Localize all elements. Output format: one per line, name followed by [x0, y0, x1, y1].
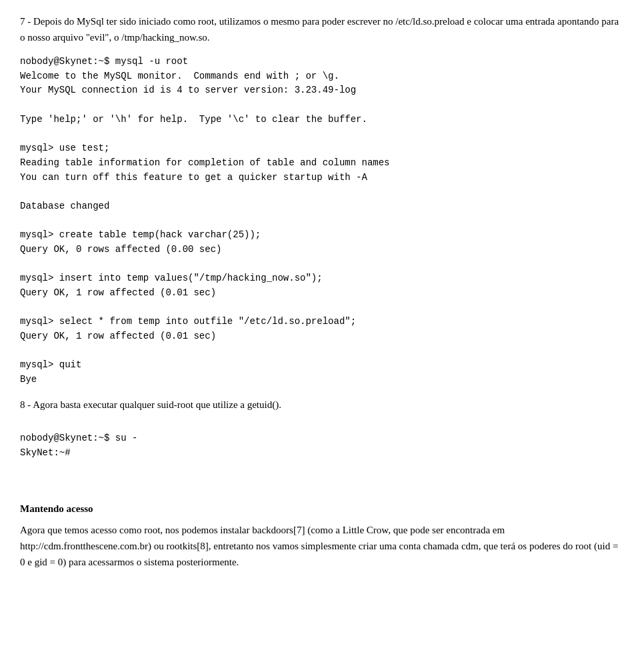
- su-session-code: nobody@Skynet:~$ su - SkyNet:~#: [20, 431, 620, 460]
- mysql-session-code: nobody@Skynet:~$ mysql -u root Welcome t…: [20, 55, 620, 387]
- intro-paragraph: 7 - Depois do MySql ter sido iniciado co…: [20, 13, 620, 45]
- body-paragraph: Agora que temos acesso como root, nos po…: [20, 522, 620, 570]
- spacer3: [20, 479, 620, 488]
- section8-intro: 8 - Agora basta executar qualquer suid-r…: [20, 397, 620, 413]
- page-content: 7 - Depois do MySql ter sido iniciado co…: [20, 13, 620, 570]
- mantendo-acesso-heading: Mantendo acesso: [20, 501, 620, 517]
- spacer2: [20, 469, 620, 479]
- spacer1: [20, 422, 620, 431]
